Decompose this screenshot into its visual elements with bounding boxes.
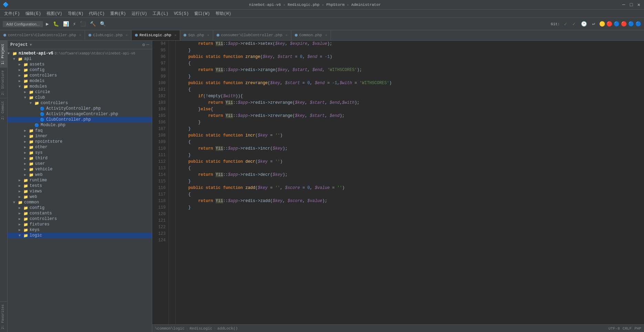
menu-vcs[interactable]: VCS(S) [171, 11, 191, 17]
menu-file[interactable]: 文件(F) [1, 10, 23, 17]
code-editor[interactable]: return Yii::$app->redis->setex($key, $ex… [176, 41, 644, 324]
tab-close[interactable]: ✕ [126, 33, 128, 37]
ie-icon[interactable]: 🔵 [628, 21, 634, 27]
tree-modules[interactable]: ▼ 📁 modules [8, 84, 152, 89]
tree-arrow: ▶ [24, 140, 29, 144]
tree-api[interactable]: ▼ 📁 api [8, 56, 152, 62]
git-checkmark2-icon[interactable]: ✓ [571, 20, 577, 28]
tree-common-controllers[interactable]: ▶ 📁 controllers [8, 216, 152, 222]
stop-icon[interactable]: ⬛ [79, 20, 87, 28]
menu-code[interactable]: 代码(C) [86, 10, 107, 17]
tree-fixtures[interactable]: ▶ 📁 fixtures [8, 222, 152, 227]
tab-close[interactable]: ✕ [79, 33, 81, 37]
edge-icon[interactable]: 🔵 [614, 21, 620, 27]
tree-activitymessage-controller[interactable]: ▶ 🔵 ActivityMessageController.php [8, 111, 152, 117]
tab-consumer-clubcontroller[interactable]: consumer\ClubController.php ✕ [213, 30, 291, 40]
add-configuration-button[interactable]: Add Configuration... [3, 21, 43, 27]
tree-label: controllers [30, 217, 57, 221]
menu-refactor[interactable]: 重构(R) [107, 10, 129, 17]
search-everywhere-icon[interactable]: 🔍 [98, 20, 107, 28]
sidebar-tab-favorites[interactable]: 2: Favorites [0, 301, 7, 332]
tree-common-config[interactable]: ▶ 📁 config [8, 205, 152, 211]
tab-common[interactable]: Common.php ✕ [291, 30, 331, 40]
gutter [169, 41, 176, 324]
tree-club-controllers[interactable]: ▼ 📁 controllers [8, 100, 152, 106]
menu-view[interactable]: 视图(V) [44, 10, 65, 17]
tree-sys[interactable]: ▶ 📁 sys [8, 150, 152, 155]
tab-redislogic[interactable]: RedisLogic.php ✕ [132, 30, 180, 40]
coverage-icon[interactable]: 📊 [62, 20, 70, 28]
tree-label: third [35, 156, 48, 161]
gear-icon[interactable]: ⚙ [142, 42, 145, 48]
menu-window[interactable]: 窗口(W) [191, 10, 213, 17]
tree-club[interactable]: ▼ 📁 club [8, 95, 152, 100]
tree-label: club [35, 95, 45, 100]
tree-config[interactable]: ▶ 📁 config [8, 67, 152, 73]
git-revert-icon[interactable]: ↩ [591, 20, 596, 28]
tab-close[interactable]: ✕ [207, 33, 209, 37]
project-panel: Project ▼ ⚙ — ▼ 📁 ninebot-api-v6 D:\soft… [8, 41, 152, 332]
code-line-107: return Yii::$app->redis->zrevrange($key,… [176, 113, 644, 119]
tree-npointstore[interactable]: ▶ 📁 npointstore [8, 139, 152, 144]
tree-logic[interactable]: ▼ 📁 logic [8, 233, 152, 238]
menu-edit[interactable]: 编辑(E) [23, 10, 44, 17]
git-checkmark-icon[interactable]: ✓ [563, 20, 568, 28]
folder-icon: 📁 [23, 222, 28, 227]
tree-views[interactable]: ▶ 📁 views [8, 189, 152, 194]
tree-user[interactable]: ▶ 📁 user [8, 161, 152, 167]
build-icon[interactable]: 🔨 [89, 20, 97, 28]
tree-vehicle[interactable]: ▶ 📁 vehicle [8, 167, 152, 172]
tab-close[interactable]: ✕ [325, 33, 327, 37]
firefox-icon[interactable]: 🔴 [606, 21, 612, 27]
tree-inner[interactable]: ▶ 📁 inner [8, 133, 152, 139]
code-line-116: public static function decr($key = '') [176, 159, 644, 165]
ie-icon2[interactable]: 🔵 [635, 21, 641, 27]
tab-close[interactable]: ✕ [285, 33, 288, 37]
profile-icon[interactable]: ⚡ [72, 20, 77, 28]
tree-circle[interactable]: ▶ 📁 circle [8, 89, 152, 95]
tree-keys[interactable]: ▶ 📁 keys [8, 227, 152, 233]
close-btn[interactable]: ✕ [636, 2, 641, 7]
tree-root[interactable]: ▼ 📁 ninebot-api-v6 D:\software\xampp\htd… [8, 51, 152, 56]
minimize-btn[interactable]: ─ [621, 2, 626, 7]
git-history-icon[interactable]: 🕐 [580, 20, 588, 28]
tree-runtime[interactable]: ▶ 📁 runtime [8, 178, 152, 183]
project-header-left: Project ▼ [10, 42, 32, 47]
tree-controllers[interactable]: ▶ 📁 controllers [8, 73, 152, 78]
chrome-icon[interactable]: 🟡 [599, 21, 605, 27]
sidebar-tab-project[interactable]: 1: Project [0, 41, 7, 67]
menu-help[interactable]: 帮助(H) [213, 10, 234, 17]
tree-third[interactable]: ▶ 📁 third [8, 155, 152, 161]
sidebar-tab-structure[interactable]: 2: Structure [0, 67, 7, 98]
tree-common[interactable]: ▼ 📁 common [8, 200, 152, 205]
tab-sqs[interactable]: Sqs.php ✕ [180, 30, 213, 40]
tree-activity-controller[interactable]: ▶ 🔵 ActivityController.php [8, 106, 152, 111]
tree-web-module[interactable]: ▶ 📁 web [8, 172, 152, 178]
tab-label: Common.php [299, 33, 322, 37]
opera-icon[interactable]: 🔴 [621, 21, 627, 27]
tree-assets[interactable]: ▶ 📁 assets [8, 62, 152, 67]
tree-tests[interactable]: ▶ 📁 tests [8, 183, 152, 189]
tree-web[interactable]: ▶ 📁 web [8, 194, 152, 200]
run-icon[interactable]: ▶ [44, 20, 50, 28]
folder-icon: 📁 [29, 140, 34, 144]
minimize-panel-icon[interactable]: — [146, 42, 149, 48]
tree-module[interactable]: ▶ 🔵 Module.php [8, 122, 152, 128]
menu-tools[interactable]: 工具(L) [150, 10, 171, 17]
tree-other[interactable]: ▶ 📁 other [8, 144, 152, 150]
tree-faq[interactable]: ▶ 📁 faq [8, 128, 152, 133]
debug-icon[interactable]: 🐛 [52, 20, 60, 28]
tab-clubcontroller[interactable]: controllers\ClubController.php ✕ [0, 30, 85, 40]
tree-constants[interactable]: ▶ 📁 constants [8, 211, 152, 216]
menu-run[interactable]: 运行(U) [129, 10, 150, 17]
tree-arrow: ▶ [19, 79, 23, 83]
sidebar-tab-commit[interactable]: Z: Commit [0, 98, 7, 122]
menu-nav[interactable]: 导航(N) [65, 10, 86, 17]
tree-models[interactable]: ▶ 📁 models [8, 78, 152, 84]
tree-club-controller[interactable]: ▶ 🔵 ClubController.php [8, 117, 152, 122]
breadcrumb-sep2: › [214, 326, 216, 331]
code-line-119: } [176, 178, 644, 185]
tab-clublogic[interactable]: ClubLogic.php ✕ [85, 30, 132, 40]
tab-close[interactable]: ✕ [174, 33, 176, 37]
maximize-btn[interactable]: □ [629, 2, 634, 7]
